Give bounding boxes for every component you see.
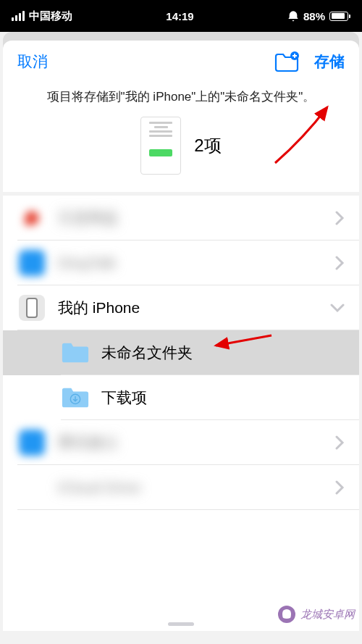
- preview-area: 2项: [3, 111, 359, 192]
- app-icon: [19, 205, 45, 231]
- save-button[interactable]: 存储: [314, 51, 345, 72]
- list-item[interactable]: 腾讯微云: [3, 420, 359, 465]
- chevron-right-icon: [334, 211, 345, 225]
- list-item[interactable]: 百度网盘: [3, 196, 359, 241]
- location-label: 腾讯微云: [58, 432, 334, 453]
- chevron-right-icon: [334, 435, 345, 450]
- location-label: DingTalk: [58, 254, 334, 272]
- save-info-text: 项目将存储到"我的 iPhone"上的"未命名文件夹"。: [3, 80, 359, 111]
- battery-percent-label: 88%: [303, 10, 325, 22]
- signal-icon: [12, 11, 25, 21]
- carrier-label: 中国移动: [29, 9, 72, 23]
- chevron-right-icon: [334, 256, 345, 270]
- list-item-unnamed-folder[interactable]: 未命名文件夹: [3, 330, 359, 375]
- location-label: 未命名文件夹: [101, 343, 345, 363]
- folder-icon: [61, 340, 90, 365]
- app-icon: [19, 430, 45, 456]
- app-icon: [19, 474, 45, 501]
- status-bar: 中国移动 14:19 88%: [0, 0, 362, 32]
- list-item-downloads[interactable]: 下载项: [3, 375, 359, 420]
- cancel-button[interactable]: 取消: [17, 51, 48, 72]
- watermark-text: 龙城安卓网: [300, 608, 355, 622]
- item-count-label: 2项: [194, 134, 221, 157]
- save-sheet: 取消 存储 项目将存储到"我的 iPhone"上的"未命名文件夹"。 2项 百度…: [3, 41, 359, 631]
- location-list: 百度网盘 DingTalk 我的 iPhone 未命名文件夹 下载项: [3, 196, 359, 616]
- chevron-right-icon: [334, 480, 345, 495]
- clock-label: 14:19: [166, 10, 193, 22]
- list-item[interactable]: DingTalk: [3, 241, 359, 285]
- battery-icon: [329, 12, 350, 21]
- location-label: 百度网盘: [58, 208, 334, 228]
- location-label: 下载项: [101, 388, 345, 408]
- list-item[interactable]: iCloud Drive: [3, 465, 359, 510]
- watermark-icon: [277, 605, 296, 624]
- preview-thumbnail: [140, 117, 181, 175]
- iphone-icon: [19, 295, 45, 321]
- alarm-icon: [287, 10, 299, 22]
- new-folder-icon[interactable]: [274, 51, 300, 72]
- watermark: 龙城安卓网: [277, 605, 355, 624]
- location-label: 我的 iPhone: [58, 298, 330, 318]
- location-label: iCloud Drive: [58, 479, 334, 496]
- folder-download-icon: [61, 385, 90, 410]
- app-icon: [19, 250, 45, 276]
- list-item-my-iphone[interactable]: 我的 iPhone: [3, 285, 359, 330]
- chevron-down-icon: [330, 303, 345, 313]
